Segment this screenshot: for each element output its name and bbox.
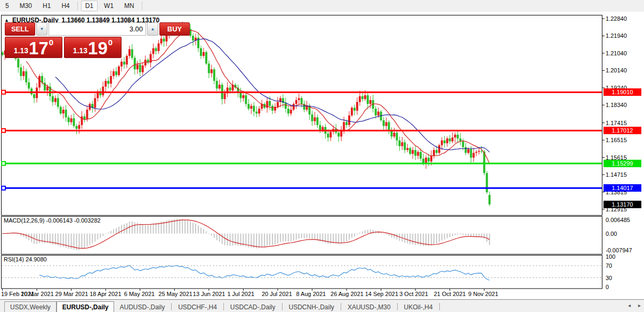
tab-usdcnh-daily[interactable]: USDCNH-,Daily [284, 302, 340, 312]
macd-histogram-bar [441, 234, 442, 241]
macd-histogram-bar [195, 224, 196, 233]
date-axis-label: 26 Aug 2021 [331, 291, 364, 297]
candle-body [438, 145, 440, 153]
tab-ukoil-h4[interactable]: UKOil-,H4 [399, 302, 438, 312]
tab-scroll-left-icon[interactable]: ◂ [628, 302, 631, 308]
candle-body [120, 62, 123, 67]
macd-histogram-bar [203, 229, 204, 233]
line-anchor-handle[interactable] [2, 186, 5, 190]
candle-body [224, 93, 226, 99]
candle-body [229, 87, 231, 90]
macd-axis-label: -0.007947 [606, 247, 632, 253]
line-anchor-handle[interactable] [2, 162, 5, 166]
date-axis-label: 8 Aug 2021 [296, 291, 326, 297]
macd-histogram-bar [436, 234, 437, 244]
sell-button[interactable]: SELL [5, 22, 35, 36]
volume-increase-button[interactable]: ▲ [147, 22, 158, 36]
volume-input[interactable] [49, 22, 146, 36]
macd-histogram-bar [179, 219, 180, 233]
candle-body [301, 98, 303, 104]
candle-body [86, 110, 88, 119]
macd-histogram-bar [449, 234, 450, 237]
macd-histogram-bar [102, 234, 103, 236]
macd-histogram-bar [259, 234, 260, 248]
price-axis-label: 1.20140 [606, 67, 627, 73]
candle-body [446, 138, 448, 143]
candle-body [462, 141, 464, 147]
tab-audusd-daily[interactable]: AUDUSD-,Daily [114, 302, 170, 312]
macd-histogram-bar [349, 234, 350, 240]
tab-divider [439, 303, 440, 310]
date-axis-label: 6 May 2021 [124, 291, 155, 297]
macd-histogram-bar [145, 224, 146, 234]
macd-histogram-bar [97, 234, 98, 240]
candle-body [313, 117, 316, 121]
candle-body [266, 101, 268, 108]
macd-histogram-bar [299, 234, 300, 239]
candle-body [361, 96, 364, 99]
candle-body [78, 125, 80, 129]
candle-body [28, 83, 30, 89]
macd-histogram-bar [94, 234, 95, 242]
macd-histogram-bar [280, 234, 281, 242]
candle-body [54, 98, 57, 102]
candle-body [345, 122, 348, 125]
date-axis-label: 9 Nov 2021 [468, 291, 498, 297]
macd-histogram-bar [444, 234, 445, 240]
macd-histogram-bar [468, 234, 469, 236]
macd-histogram-bar [433, 234, 434, 244]
macd-histogram-bar [140, 224, 141, 233]
macd-histogram-bar [206, 231, 207, 233]
macd-histogram-bar [325, 234, 326, 243]
date-axis-label: 3 Oct 2021 [399, 291, 428, 297]
candle-body [430, 156, 432, 162]
macd-histogram-bar [465, 234, 466, 236]
price-axis-label: 1.21040 [606, 50, 627, 56]
candle-body [316, 117, 318, 125]
tab-scroll-right-icon[interactable]: ▸ [638, 302, 641, 308]
candle-body [433, 150, 435, 156]
tab-eurusd-daily[interactable]: EURUSD-,Daily [57, 301, 115, 312]
tab-usdchf-h4[interactable]: USDCHF-,H4 [173, 302, 222, 312]
tab-xauusd-m30[interactable]: XAUUSD-,M30 [342, 302, 396, 312]
candle-body [404, 142, 406, 150]
macd-histogram-bar [39, 234, 40, 243]
candle-body [396, 133, 398, 140]
candle-body [22, 71, 25, 76]
macd-histogram-bar [481, 234, 482, 237]
buy-price-tile[interactable]: 1.13 19 0 [64, 37, 122, 58]
candle-body [353, 108, 356, 110]
buy-button[interactable]: BUY [159, 22, 190, 36]
candle-body [406, 148, 408, 150]
macd-histogram-bar [346, 234, 347, 241]
volume-decrease-button[interactable]: ▼ [36, 22, 47, 36]
macd-histogram-bar [182, 219, 183, 233]
macd-histogram-bar [264, 234, 265, 247]
candle-body [383, 120, 385, 126]
buy-price-sup: 0 [108, 38, 112, 47]
macd-histogram-bar [237, 234, 238, 246]
line-anchor-handle[interactable] [2, 91, 5, 94]
macd-histogram-bar [296, 234, 297, 240]
candle-body [293, 104, 295, 110]
macd-histogram-bar [293, 234, 294, 241]
macd-histogram-bar [335, 234, 336, 244]
rsi-axis-label: 0 [606, 284, 609, 290]
line-anchor-handle[interactable] [2, 129, 5, 133]
macd-histogram-bar [42, 234, 43, 243]
tab-usdcad-daily[interactable]: USDCAD-,Daily [225, 302, 281, 312]
sell-price-tile[interactable]: 1.13 17 0 [5, 37, 62, 58]
macd-histogram-bar [389, 234, 390, 236]
candle-body [457, 135, 459, 138]
candle-body [486, 173, 488, 192]
candle-body [271, 106, 273, 111]
candle-body [258, 109, 260, 113]
price-axis-label: 1.21940 [606, 32, 627, 39]
macd-histogram-bar [359, 233, 360, 234]
tab-usdx-weekly[interactable]: USDX,Weekly [4, 301, 57, 312]
candle-body [142, 65, 144, 72]
macd-histogram-bar [463, 234, 464, 235]
candle-body [478, 151, 480, 152]
candle-body [128, 49, 131, 56]
candle-body [160, 39, 162, 44]
